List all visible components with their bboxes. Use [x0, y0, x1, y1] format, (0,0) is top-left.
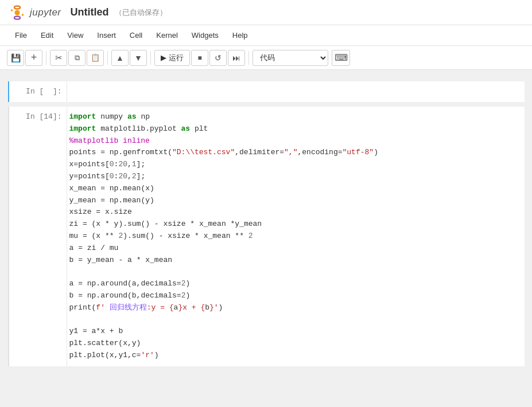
svg-point-4 — [22, 14, 24, 16]
menu-widgets[interactable]: Widgets — [186, 29, 224, 42]
code-block: import numpy as np import matplotlib.pyp… — [69, 111, 520, 362]
empty-cell[interactable]: In [ ]: — [8, 81, 525, 102]
menu-cell[interactable]: Cell — [124, 29, 148, 42]
stop-button[interactable]: ■ — [191, 50, 208, 66]
restart-button[interactable]: ↺ — [209, 50, 227, 66]
menu-kernel[interactable]: Kernel — [150, 29, 184, 42]
code-cell-14-prompt: In [14]: — [9, 107, 67, 127]
code-cell-14-row: In [14]: import numpy as np import matpl… — [9, 107, 525, 366]
toolbar-separator-3 — [150, 51, 151, 65]
menu-edit[interactable]: Edit — [35, 29, 59, 42]
svg-point-0 — [14, 6, 20, 9]
paste-button[interactable]: 📋 — [87, 50, 104, 66]
toolbar-separator-4 — [248, 51, 249, 65]
topbar: jupyter Untitled （已自动保存） — [0, 0, 532, 25]
add-cell-button[interactable]: + — [25, 50, 42, 66]
autosave-status: （已自动保存） — [115, 7, 167, 18]
toolbar: 💾 + ✂ ⧉ 📋 ▲ ▼ ▶ 运行 ■ ↺ ⏭ 代码 Markdown Raw… — [0, 46, 532, 70]
move-down-button[interactable]: ▼ — [130, 50, 147, 66]
toolbar-separator-2 — [107, 51, 108, 65]
cell-spacer — [0, 102, 532, 107]
jupyter-brand-text: jupyter — [30, 7, 61, 18]
toolbar-separator-1 — [46, 51, 46, 65]
svg-point-2 — [15, 10, 20, 15]
code-cell-14[interactable]: In [14]: import numpy as np import matpl… — [8, 107, 525, 366]
menu-file[interactable]: File — [9, 29, 33, 42]
code-cell-14-content[interactable]: import numpy as np import matplotlib.pyp… — [67, 107, 525, 366]
copy-button[interactable]: ⧉ — [68, 50, 86, 66]
notebook-container: In [ ]: In [14]: import numpy as np impo… — [0, 70, 532, 402]
move-up-button[interactable]: ▲ — [111, 50, 129, 66]
run-button[interactable]: ▶ 运行 — [154, 50, 190, 66]
restart-run-button[interactable]: ⏭ — [228, 50, 245, 66]
jupyter-logo-icon — [9, 5, 25, 21]
empty-cell-row: In [ ]: — [9, 81, 525, 102]
svg-point-3 — [11, 9, 13, 11]
menu-insert[interactable]: Insert — [91, 29, 122, 42]
logo: jupyter — [9, 5, 61, 21]
notebook-title[interactable]: Untitled — [71, 6, 109, 19]
cut-button[interactable]: ✂ — [50, 50, 67, 66]
cell-type-dropdown[interactable]: 代码 Markdown Raw NBConvert Heading — [253, 50, 328, 66]
menu-view[interactable]: View — [61, 29, 89, 42]
save-button[interactable]: 💾 — [7, 50, 24, 66]
run-icon: ▶ — [161, 53, 166, 62]
run-label: 运行 — [169, 53, 184, 63]
empty-cell-prompt: In [ ]: — [9, 81, 67, 101]
keyboard-shortcut-button[interactable]: ⌨ — [332, 50, 350, 66]
menu-help[interactable]: Help — [227, 29, 254, 42]
svg-point-1 — [14, 16, 20, 19]
empty-cell-content[interactable] — [67, 81, 525, 102]
menubar: File Edit View Insert Cell Kernel Widget… — [0, 25, 532, 46]
